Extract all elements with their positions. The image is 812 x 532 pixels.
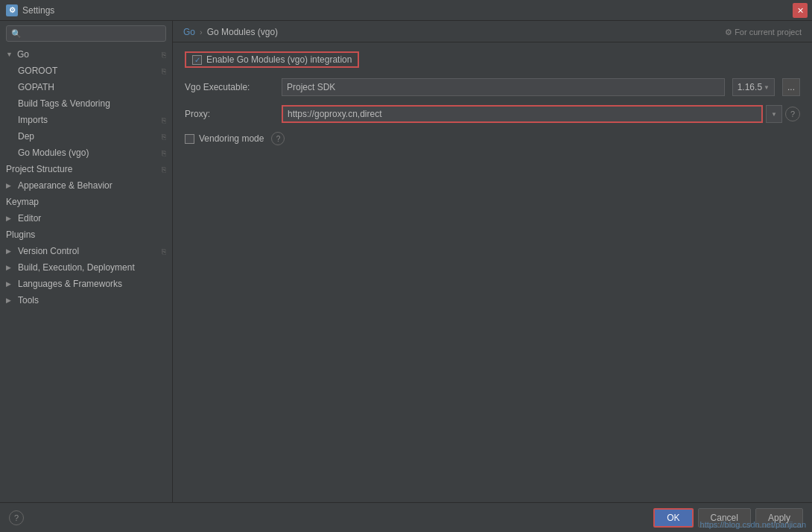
proxy-input[interactable] [282,105,763,123]
vendoring-row: Vendoring mode ? [185,132,800,145]
sidebar-label-go: Go [17,49,29,60]
enable-checkbox-label[interactable]: Enable Go Modules (vgo) integration [192,54,352,65]
sidebar-label-gopath: GOPATH [18,82,54,92]
app-icon: ⚙ [6,4,18,16]
sidebar-label-build-execution: Build, Execution, Deployment [18,262,135,273]
sidebar-item-gopath[interactable]: GOPATH [0,79,172,95]
breadcrumb-tag-text: ⚙ For current project [725,28,802,37]
vgo-exec-label: Vgo Executable: [185,82,274,92]
vgo-exec-value: Project SDK [282,78,725,96]
proxy-label: Proxy: [185,109,274,119]
sidebar-item-build-tags[interactable]: Build Tags & Vendoring [0,95,172,112]
proxy-row: Proxy: ▼ ? [185,105,800,123]
sidebar-item-goroot[interactable]: GOROOT ⎘ [0,63,172,79]
expand-arrow-languages: ▶ [6,279,15,288]
ok-button[interactable]: OK [653,508,693,528]
sidebar-label-build-tags: Build Tags & Vendoring [18,98,110,109]
vendoring-label: Vendoring mode [199,133,264,144]
sidebar-label-plugins: Plugins [6,229,35,240]
vendoring-checkbox[interactable] [185,134,194,144]
search-icon: 🔍 [11,29,22,39]
sidebar-item-go[interactable]: ▼ Go ⎘ [0,46,172,63]
proxy-help-button[interactable]: ? [785,107,800,121]
proxy-dropdown-button[interactable]: ▼ [766,105,782,123]
copy-icon: ⎘ [162,51,166,59]
enable-row: Enable Go Modules (vgo) integration [185,51,800,68]
watermark: https://blog.csdn.net/panjican [700,520,806,529]
breadcrumb-current: Go Modules (vgo) [207,27,278,37]
breadcrumb-go[interactable]: Go [183,27,195,37]
sidebar-label-keymap: Keymap [6,197,39,207]
sidebar: 🔍 ▼ Go ⎘ GOROOT ⎘ GOPATH Build Tags & Ve… [0,21,173,502]
sidebar-label-languages-frameworks: Languages & Frameworks [18,279,122,289]
sidebar-label-imports: Imports [18,115,48,125]
chevron-down-icon: ▼ [764,84,770,91]
settings-body: Enable Go Modules (vgo) integration Vgo … [173,42,812,502]
window-title: Settings [22,5,54,16]
more-button[interactable]: ... [782,78,800,96]
sidebar-label-project-structure: Project Structure [6,164,72,174]
sidebar-item-editor[interactable]: ▶ Editor [0,210,172,227]
sidebar-item-build-execution[interactable]: ▶ Build, Execution, Deployment [0,259,172,276]
sidebar-label-version-control: Version Control [18,246,79,256]
copy-icon-vc: ⎘ [162,247,166,256]
search-box[interactable]: 🔍 [6,25,166,42]
version-display[interactable]: 1.16.5 ▼ [732,78,775,96]
search-input[interactable] [25,28,161,39]
copy-icon-go-modules: ⎘ [162,149,166,157]
expand-arrow-tools: ▶ [6,296,15,305]
sidebar-label-goroot: GOROOT [18,66,57,76]
enable-checkbox[interactable] [192,55,202,65]
bottom-left: ? [9,510,649,525]
sidebar-label-appearance-behavior: Appearance & Behavior [18,180,112,191]
sidebar-label-go-modules: Go Modules (vgo) [18,148,89,158]
copy-icon-goroot: ⎘ [162,67,166,75]
sidebar-item-go-modules[interactable]: Go Modules (vgo) ⎘ [0,145,172,161]
close-button[interactable]: ✕ [793,3,808,18]
expand-arrow-appearance: ▶ [6,181,15,190]
copy-icon-imports: ⎘ [162,116,166,124]
copy-icon-project-structure: ⎘ [162,165,166,174]
sidebar-item-plugins[interactable]: Plugins [0,227,172,243]
content-area: Go › Go Modules (vgo) ⚙ For current proj… [173,21,812,502]
sidebar-item-tools[interactable]: ▶ Tools [0,292,172,308]
sidebar-item-languages-frameworks[interactable]: ▶ Languages & Frameworks [0,276,172,292]
vgo-executable-row: Vgo Executable: Project SDK 1.16.5 ▼ ... [185,78,800,96]
sidebar-label-editor: Editor [18,213,41,224]
vendoring-help-button[interactable]: ? [271,132,285,145]
main-container: 🔍 ▼ Go ⎘ GOROOT ⎘ GOPATH Build Tags & Ve… [0,21,812,502]
sidebar-item-dep[interactable]: Dep ⎘ [0,128,172,145]
enable-label-text: Enable Go Modules (vgo) integration [206,54,352,65]
expand-arrow-version-control: ▶ [6,247,15,256]
sidebar-item-keymap[interactable]: Keymap [0,194,172,210]
sidebar-item-appearance-behavior[interactable]: ▶ Appearance & Behavior [0,177,172,194]
help-button[interactable]: ? [9,510,24,525]
sidebar-item-version-control[interactable]: ▶ Version Control ⎘ [0,243,172,259]
sidebar-item-project-structure[interactable]: Project Structure ⎘ [0,161,172,177]
breadcrumb: Go › Go Modules (vgo) ⚙ For current proj… [173,21,812,42]
titlebar: ⚙ Settings ✕ [0,0,812,21]
breadcrumb-tag: ⚙ For current project [725,28,802,37]
expand-arrow: ▼ [6,50,15,59]
breadcrumb-separator: › [200,28,203,37]
sidebar-label-dep: Dep [18,131,34,142]
expand-arrow-editor: ▶ [6,214,15,223]
sidebar-label-tools: Tools [18,295,39,305]
bottom-bar: ? OK Cancel Apply [0,502,812,532]
sidebar-item-imports[interactable]: Imports ⎘ [0,112,172,128]
expand-arrow-build: ▶ [6,263,15,272]
copy-icon-dep: ⎘ [162,133,166,141]
chevron-down-proxy-icon: ▼ [771,111,777,118]
